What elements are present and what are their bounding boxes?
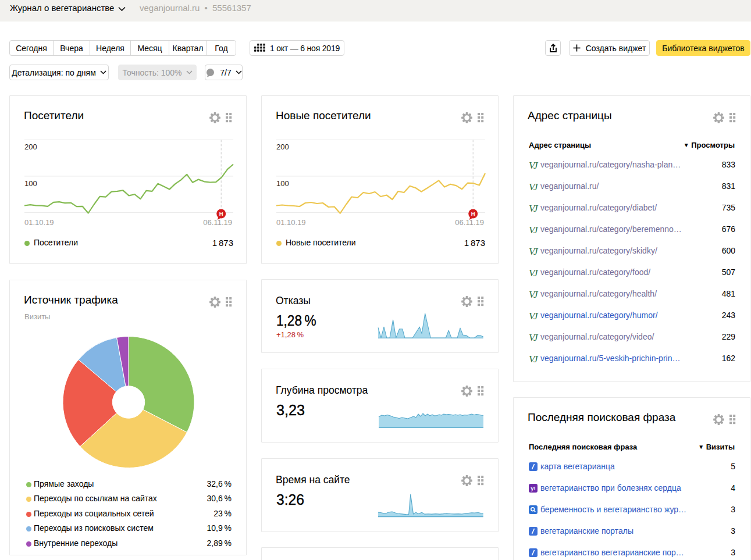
svg-text:y!: y!: [531, 485, 535, 491]
svg-text:Н: Н: [471, 211, 475, 217]
svg-text:Н: Н: [219, 211, 223, 217]
